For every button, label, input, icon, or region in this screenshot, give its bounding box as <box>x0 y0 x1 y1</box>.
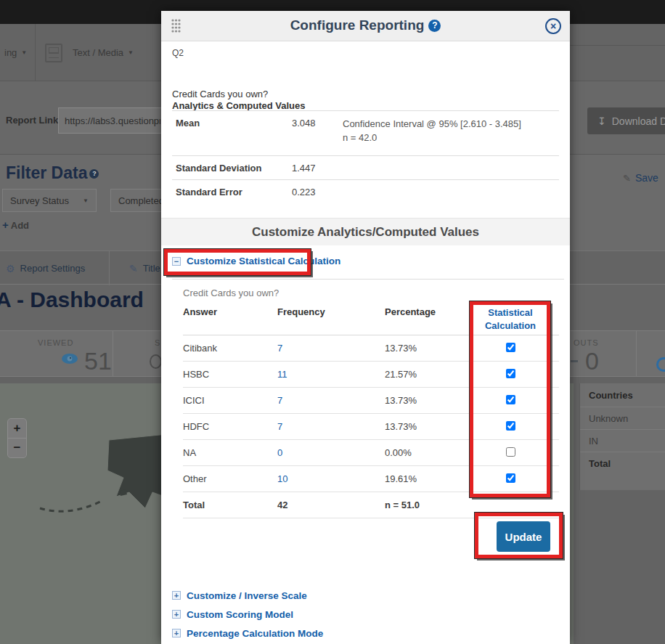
dropout-icon <box>571 360 578 362</box>
pencil-icon: ✎ <box>129 263 138 274</box>
custom-scoring-model-link[interactable]: + Custom Scoring Model <box>172 605 323 624</box>
filter-data-title: Filter Data? <box>6 163 99 183</box>
stat-calc-checkbox[interactable] <box>506 473 515 483</box>
divider <box>172 279 564 280</box>
download-data-button[interactable]: ↧ Download Da <box>587 107 665 134</box>
analytics-row-mean: Mean 3.048 Confidence Interval @ 95% [2.… <box>172 110 559 155</box>
caret-down-icon: ▼ <box>83 197 89 204</box>
download-icon: ↧ <box>597 115 606 127</box>
sample-size: n = 42.0 <box>343 131 555 145</box>
help-icon[interactable]: ? <box>428 20 441 32</box>
stat-divider <box>636 331 637 378</box>
stopwatch-icon <box>150 354 162 369</box>
completed-dropdown[interactable]: Completed <box>110 189 168 212</box>
question-text: Credit Cards you own? <box>172 89 268 99</box>
answer-row: HDFC 7 13.73% <box>183 414 559 440</box>
answers-total-row: Total 42 n = 51.0 <box>183 492 559 518</box>
configure-reporting-modal: Configure Reporting? × Q2 Credit Cards y… <box>161 11 570 644</box>
customize-section-heading: Customize Analytics/Computed Values <box>161 218 570 245</box>
customize-statistical-calculation-link[interactable]: − Customize Statistical Calculation <box>172 256 340 266</box>
frequency-link[interactable]: 11 <box>277 369 287 380</box>
update-button[interactable]: Update <box>497 521 550 552</box>
app-root: ing ▼ Text / Media ▼ Report Link ↧ Downl… <box>0 0 665 644</box>
answers-header-row: Answer Frequency Percentage Statistical … <box>183 303 559 335</box>
customize-inverse-scale-link[interactable]: + Customize / Inverse Scale <box>172 586 323 605</box>
gear-icon: ⚙ <box>6 263 15 274</box>
countries-header: Countries <box>580 383 665 407</box>
tab-title-layout[interactable]: ✎ Title & L <box>129 251 161 285</box>
question-code: Q2 <box>172 48 184 58</box>
collapsed-sections: + Customize / Inverse Scale + Custom Sco… <box>172 586 323 643</box>
expand-icon[interactable]: + <box>172 629 181 637</box>
modal-title: Configure Reporting? <box>161 17 570 33</box>
answers-table: Answer Frequency Percentage Statistical … <box>183 303 559 518</box>
stat-calc-checkbox[interactable] <box>506 447 515 457</box>
close-icon[interactable]: × <box>545 18 561 34</box>
viewed-value: 51 <box>84 347 112 375</box>
survey-status-dropdown[interactable]: Survey Status ▼ <box>2 189 97 212</box>
download-label: Download Da <box>612 115 665 127</box>
help-icon[interactable]: ? <box>89 169 99 179</box>
frequency-link[interactable]: 10 <box>277 473 287 484</box>
zoom-in-button[interactable]: + <box>8 419 26 439</box>
dropouts-value: 0 <box>585 347 599 375</box>
expand-icon[interactable]: + <box>172 591 181 600</box>
map-zoom-control: + − <box>7 418 27 458</box>
frequency-link[interactable]: 0 <box>277 447 282 458</box>
pencil-icon: ✎ <box>623 173 631 184</box>
toolbar-divider <box>570 45 665 46</box>
toolbar-item-text-media[interactable]: Text / Media ▼ <box>45 24 134 81</box>
frequency-link[interactable]: 7 <box>277 395 282 406</box>
plus-icon: + <box>2 219 9 231</box>
started-label-partial: S <box>155 338 160 347</box>
text-media-icon <box>45 44 62 62</box>
country-row[interactable]: Unknown <box>580 407 665 430</box>
toolbar-divider <box>35 24 36 81</box>
question-text: Credit Cards you own? <box>183 288 279 298</box>
expand-icon[interactable]: + <box>172 610 181 619</box>
dashboard-title: A - Dashboard <box>0 288 144 312</box>
stat-calc-checkbox[interactable] <box>506 369 515 378</box>
viewed-label: VIEWED <box>38 338 73 347</box>
modal-header: Configure Reporting? × <box>161 11 570 41</box>
confidence-interval: Confidence Interval @ 95% [2.610 - 3.485… <box>343 118 555 131</box>
stat-calc-checkbox[interactable] <box>506 343 515 352</box>
caret-down-icon: ▼ <box>21 49 27 56</box>
globe-icon <box>656 357 665 372</box>
toolbar-item-partial[interactable]: ing ▼ <box>4 24 27 81</box>
stat-calc-checkbox[interactable] <box>506 395 515 404</box>
answer-row: Other 10 19.61% <box>183 466 559 492</box>
stat-divider <box>113 331 113 378</box>
toolbar-item-label: Text / Media <box>73 47 123 58</box>
report-link-label: Report Link <box>6 115 58 126</box>
tab-divider <box>109 251 110 285</box>
toolbar-item-label: ing <box>4 47 17 58</box>
save-report-link[interactable]: ✎ Save <box>623 172 665 184</box>
country-row[interactable]: IN <box>580 430 665 452</box>
analytics-row-se: Standard Error 0.223 <box>172 179 559 203</box>
add-filter-button[interactable]: +Add <box>2 219 29 231</box>
eye-icon <box>61 353 78 364</box>
frequency-link[interactable]: 7 <box>277 421 282 432</box>
zoom-out-button[interactable]: − <box>8 439 26 458</box>
collapse-icon[interactable]: − <box>172 257 181 266</box>
answer-row: Citibank 7 13.73% <box>183 335 559 362</box>
answer-row: HSBC 11 21.57% <box>183 362 559 388</box>
countries-table: Countries Unknown IN Total <box>579 383 665 490</box>
answer-row: ICICI 7 13.73% <box>183 388 559 414</box>
answer-row: NA 0 0.00% <box>183 440 559 466</box>
report-link-input[interactable] <box>58 107 167 134</box>
frequency-link[interactable]: 7 <box>277 343 282 354</box>
tab-report-settings[interactable]: ⚙ Report Settings <box>6 251 85 285</box>
analytics-heading: Analytics & Computed Values <box>172 100 306 111</box>
analytics-table: Mean 3.048 Confidence Interval @ 95% [2.… <box>172 110 559 203</box>
stat-calc-checkbox[interactable] <box>506 421 515 431</box>
countries-total-row: Total <box>580 452 665 475</box>
dropouts-label-partial: OUTS <box>574 338 599 347</box>
caret-down-icon: ▼ <box>128 49 134 56</box>
percentage-calculation-mode-link[interactable]: + Percentage Calculation Mode <box>172 624 323 643</box>
analytics-row-sd: Standard Deviation 1.447 <box>172 155 559 179</box>
